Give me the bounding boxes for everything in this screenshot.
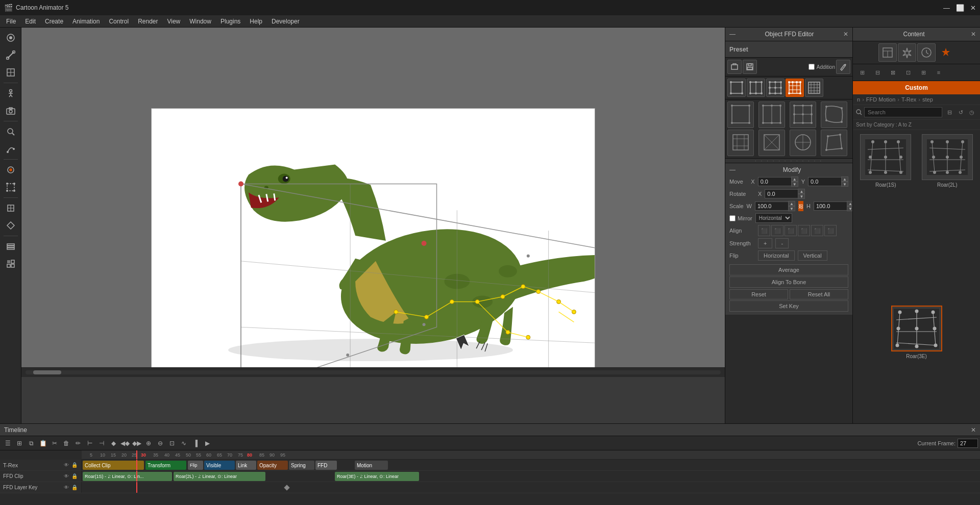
menu-create[interactable]: Create xyxy=(41,17,67,26)
preset-thumb-roar3e[interactable] xyxy=(891,306,942,351)
ffd-preset-thumb-5[interactable] xyxy=(727,130,754,156)
segment-visible[interactable]: Visible xyxy=(204,461,235,470)
strength-minus-btn[interactable]: - xyxy=(775,238,789,248)
ffd-save-preset-btn[interactable] xyxy=(743,60,757,74)
tl-btn-grid[interactable]: ⊞ xyxy=(14,438,25,449)
menu-view[interactable]: View xyxy=(163,17,184,26)
preset-thumb-roar2l[interactable] xyxy=(922,134,973,180)
puppet-tool-button[interactable] xyxy=(3,85,19,102)
breadcrumb-ffd-motion[interactable]: FFD Motion xyxy=(866,96,895,103)
preset-item-roar1s[interactable]: Roar(1S) xyxy=(857,134,915,301)
breadcrumb-home[interactable]: n xyxy=(857,96,860,103)
ffd-move-x-input[interactable]: ▲▼ xyxy=(758,176,798,187)
segment-transform[interactable]: Transform xyxy=(145,461,186,470)
segment-link[interactable]: Link xyxy=(236,461,256,470)
tl-btn-merge[interactable]: ⊣ xyxy=(96,438,107,449)
ffd-minus-icon[interactable]: — xyxy=(729,31,736,38)
layer-button[interactable] xyxy=(3,238,19,255)
ffd-load-btn[interactable] xyxy=(727,60,742,74)
menu-window[interactable]: Window xyxy=(185,17,215,26)
zoom-tool-button[interactable] xyxy=(3,123,19,140)
mirror-select[interactable]: Horizontal Vertical xyxy=(755,213,792,223)
strength-plus-btn[interactable]: + xyxy=(758,238,772,248)
ffd-type-5[interactable] xyxy=(805,79,823,97)
maximize-button[interactable]: ⬜ xyxy=(956,4,964,12)
tl-btn-zoom-in[interactable]: ⊕ xyxy=(143,438,154,449)
search-input[interactable] xyxy=(864,107,942,117)
track-ffd-lock-btn[interactable]: 🔒 xyxy=(71,473,78,480)
content-icon-sparkle[interactable] xyxy=(898,43,916,62)
segment-motion[interactable]: Motion xyxy=(355,461,388,470)
motion-path-button[interactable] xyxy=(3,141,19,157)
custom-button[interactable]: Custom xyxy=(853,81,980,94)
ffd-move-y-input[interactable]: ▲▼ xyxy=(808,176,848,187)
tl-btn-copy[interactable]: ⧉ xyxy=(26,438,37,449)
segment-ffd[interactable]: FFD xyxy=(315,461,337,470)
tl-btn-keyframe[interactable]: ◆ xyxy=(108,438,119,449)
ffd-minus-2-icon[interactable]: — xyxy=(729,166,736,173)
canvas-inner[interactable] xyxy=(151,108,595,368)
content-sub-icon-2[interactable]: ⊟ xyxy=(870,65,885,80)
menu-developer[interactable]: Developer xyxy=(267,17,304,26)
reset-all-btn[interactable]: Reset All xyxy=(790,289,848,299)
tl-btn-play[interactable]: ▶ xyxy=(202,438,213,449)
search-clock-btn[interactable]: ◷ xyxy=(967,107,977,117)
ffd-close-icon[interactable]: ✕ xyxy=(843,31,848,38)
tl-btn-bar[interactable]: ▐ xyxy=(190,438,201,449)
bone-tool-button[interactable] xyxy=(3,47,19,63)
segment-collect-clip[interactable]: Collect Clip xyxy=(83,461,144,470)
ffd-button[interactable] xyxy=(3,179,19,195)
menu-animation[interactable]: Animation xyxy=(68,17,104,26)
segment-roar3e[interactable]: Roar(3E) - ♩: Linear, ⊙: Linear xyxy=(335,472,419,481)
mini-scroll-bar[interactable] xyxy=(21,368,725,377)
align-top-btn[interactable]: ⬛ xyxy=(798,225,810,236)
scroll-thumb[interactable] xyxy=(33,370,61,374)
tl-btn-cut[interactable]: ✂ xyxy=(49,438,60,449)
track-layer-eye-btn[interactable]: 👁 xyxy=(63,484,70,491)
tl-btn-list[interactable]: ☰ xyxy=(2,438,13,449)
align-to-bone-btn[interactable]: Align To Bone xyxy=(729,276,848,288)
ffd-type-2[interactable] xyxy=(747,79,765,97)
track-eye-btn[interactable]: 👁 xyxy=(63,462,70,469)
tl-btn-zoom-out[interactable]: ⊖ xyxy=(155,438,166,449)
mirror-checkbox-row[interactable]: Mirror xyxy=(729,215,752,221)
addition-checkbox[interactable] xyxy=(808,64,815,70)
content-sub-icon-1[interactable]: ⊞ xyxy=(855,65,869,80)
segment-roar1s[interactable]: Roar(1S) - ♩: Linear, ⊙: Lin... xyxy=(83,472,172,481)
segment-opacity[interactable]: Opacity xyxy=(257,461,288,470)
tl-btn-fit[interactable]: ⊡ xyxy=(166,438,178,449)
tl-btn-wave[interactable]: ∿ xyxy=(178,438,189,449)
sprite-button[interactable] xyxy=(3,256,19,272)
content-close-icon[interactable]: ✕ xyxy=(971,31,976,38)
ffd-type-3[interactable] xyxy=(766,79,785,97)
ffd-preset-thumb-8[interactable] xyxy=(821,130,847,156)
content-icon-star[interactable] xyxy=(937,43,955,62)
content-sub-icon-5[interactable]: ⊞ xyxy=(916,65,930,80)
scene-tool-button[interactable] xyxy=(3,30,19,46)
breadcrumb-t-rex[interactable]: T-Rex xyxy=(901,96,916,103)
camera-tool-button[interactable] xyxy=(3,103,19,119)
mirror-checkbox[interactable] xyxy=(729,215,736,221)
ffd-preset-thumb-7[interactable] xyxy=(790,130,816,156)
current-frame-input[interactable] xyxy=(958,439,978,448)
ffd-pen-btn[interactable] xyxy=(836,60,850,74)
close-button[interactable]: ✕ xyxy=(970,4,976,12)
track-ffd-eye-btn[interactable]: 👁 xyxy=(63,473,70,480)
ffd-preset-thumb-2[interactable] xyxy=(758,102,785,128)
tl-btn-delete[interactable]: 🗑 xyxy=(61,438,72,449)
reset-btn[interactable]: Reset xyxy=(729,289,788,299)
ffd-type-4[interactable] xyxy=(786,79,804,97)
search-refresh-btn[interactable]: ↺ xyxy=(955,107,966,117)
preset-thumb-roar1s[interactable] xyxy=(860,134,911,180)
menu-control[interactable]: Control xyxy=(105,17,133,26)
breadcrumb-step[interactable]: step xyxy=(922,96,933,103)
set-key-btn[interactable]: Set Key xyxy=(729,300,848,312)
track-lock-btn[interactable]: 🔒 xyxy=(71,462,78,469)
minimize-button[interactable]: — xyxy=(943,4,950,12)
align-right-btn[interactable]: ⬛ xyxy=(785,225,797,236)
menu-plugins[interactable]: Plugins xyxy=(216,17,244,26)
search-filter-btn[interactable]: ⊟ xyxy=(944,107,954,117)
scale-link-btn[interactable]: ⛓ xyxy=(798,201,803,211)
flip-horizontal-btn[interactable]: Horizontal xyxy=(758,250,795,261)
align-left-btn[interactable]: ⬛ xyxy=(758,225,770,236)
